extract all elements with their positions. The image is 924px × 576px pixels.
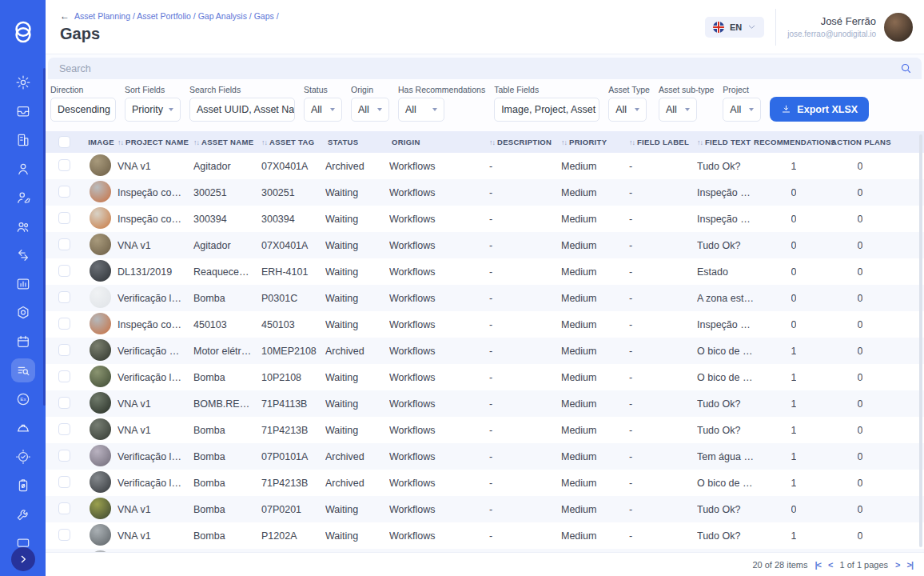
column-header[interactable]: ↑↓ DESCRIPTION <box>489 138 561 146</box>
cell-field-label: - <box>629 530 697 542</box>
users-group-icon[interactable] <box>11 214 35 238</box>
select-all-checkbox[interactable] <box>58 136 70 148</box>
gear-alt-icon[interactable] <box>11 301 35 325</box>
column-header[interactable]: RECOMMENDATIONS <box>751 138 836 146</box>
row-checkbox[interactable] <box>58 318 70 330</box>
filter-select[interactable]: All <box>351 98 389 122</box>
table-row[interactable]: Inspeção conte... 300394 300394 Waiting … <box>46 206 924 232</box>
company-building-icon[interactable] <box>11 128 35 152</box>
table-row[interactable]: Inspeção conte... 300251 300251 Waiting … <box>46 179 924 206</box>
wrench-icon[interactable] <box>11 502 35 526</box>
row-checkbox[interactable] <box>58 450 70 462</box>
sidebar-expand-button[interactable] <box>11 547 35 571</box>
cell-asset-name: Bomba <box>193 504 261 515</box>
search-icon[interactable] <box>900 62 912 74</box>
clipboard-icon[interactable] <box>11 474 35 498</box>
user-icon[interactable] <box>11 157 35 181</box>
column-header[interactable]: STATUS <box>325 138 389 146</box>
row-checkbox[interactable] <box>58 159 70 171</box>
row-checkbox[interactable] <box>58 265 70 277</box>
formula-icon[interactable]: Ex <box>11 387 35 411</box>
table-row[interactable]: Verificação lubr... Bomba 71P4213B Archi… <box>46 470 924 496</box>
column-header[interactable]: ORIGIN <box>389 138 489 146</box>
table-row[interactable]: VNA v1 Agitador 07X0401A Waiting Workflo… <box>46 232 924 258</box>
table-row[interactable]: Verificação lubr... Bomba 10P2108 Waitin… <box>46 364 924 390</box>
table-row[interactable]: Inspeção conte... 450103 450103 Waiting … <box>46 311 924 338</box>
settings-gear-icon[interactable] <box>11 70 35 94</box>
table-row[interactable]: Verificação Ma... Motor elétrico 10MEP21… <box>46 338 924 364</box>
column-header[interactable]: ACTION PLANS <box>829 138 891 146</box>
search-input[interactable] <box>59 63 900 74</box>
table-row[interactable]: VNA v1 BOMB.RECIRC... 71P4113B Waiting W… <box>46 390 924 417</box>
inbox-icon[interactable] <box>11 99 35 123</box>
user-profile[interactable]: José Ferrão jose.ferrao@unodigital.io <box>787 13 913 42</box>
row-checkbox[interactable] <box>58 186 70 198</box>
row-checkbox[interactable] <box>58 502 70 514</box>
column-header[interactable]: ↑↓ ASSET TAG <box>261 138 325 146</box>
filter-select[interactable]: All <box>398 98 444 122</box>
sort-icon[interactable]: ↑↓ <box>193 138 199 146</box>
row-checkbox[interactable] <box>58 529 70 541</box>
row-checkbox[interactable] <box>58 238 70 250</box>
cell-asset-name: 300251 <box>193 187 261 198</box>
filter-select[interactable]: All <box>659 98 697 122</box>
row-checkbox[interactable] <box>58 344 70 356</box>
first-page-button[interactable]: |< <box>815 560 822 570</box>
table-row[interactable]: Verificação lubr... Bomba P0301C Waiting… <box>46 285 924 311</box>
row-checkbox[interactable] <box>58 476 70 488</box>
row-checkbox[interactable] <box>58 397 70 409</box>
breadcrumb[interactable]: Asset Planning / Asset Portfolio / Gap A… <box>74 11 279 21</box>
table-scrollbar[interactable] <box>919 134 922 547</box>
filter-select[interactable]: Asset UUID, Asset Na... <box>189 98 295 122</box>
filter-select[interactable]: Descending <box>50 98 116 122</box>
last-page-button[interactable]: >| <box>906 560 913 570</box>
swap-icon[interactable] <box>11 243 35 267</box>
language-selector[interactable]: EN <box>705 17 764 38</box>
back-arrow-icon[interactable]: ← <box>60 11 70 21</box>
column-header[interactable]: ↑↓ ASSET NAME <box>193 138 261 146</box>
gap-search-icon[interactable] <box>11 358 35 382</box>
cell-origin: Workflows <box>389 293 489 304</box>
cell-field-text: Inspeção visual... <box>697 214 763 225</box>
sort-icon[interactable]: ↑↓ <box>261 138 267 146</box>
column-header[interactable]: IMAGE <box>86 138 114 146</box>
table-row[interactable]: VNA v1 Bomba 07P0201 Waiting Workflows -… <box>46 496 924 522</box>
column-header[interactable]: ↑↓ PRIORITY <box>561 138 629 146</box>
filter-select[interactable]: All <box>608 98 647 122</box>
bar-chart-panel-icon[interactable] <box>11 272 35 296</box>
table-row[interactable]: DL131/2019 Reaquecedor E... ERH-4101 Wai… <box>46 258 924 285</box>
user-link-icon[interactable] <box>11 186 35 210</box>
table-row[interactable]: Verificação lubr... Bomba 07P0101A Archi… <box>46 443 924 470</box>
app-logo[interactable] <box>0 18 46 46</box>
row-checkbox[interactable] <box>58 291 70 303</box>
table-row[interactable]: VNA v1 Bomba P1202A Waiting Workflows - … <box>46 522 924 549</box>
row-checkbox[interactable] <box>58 423 70 435</box>
hard-hat-icon[interactable] <box>11 416 35 440</box>
calendar-icon[interactable] <box>11 330 35 354</box>
sort-icon[interactable]: ↑↓ <box>117 138 123 146</box>
cell-field-text: Tudo Ok? <box>697 425 763 436</box>
next-page-button[interactable]: > <box>895 560 899 570</box>
filter-select[interactable]: Image, Project, Asset ... <box>494 98 599 122</box>
filter-select[interactable]: Priority <box>125 98 181 122</box>
gear-check-icon[interactable] <box>11 445 35 469</box>
export-xlsx-button[interactable]: Export XLSX <box>770 97 869 122</box>
column-header[interactable]: ↑↓ PROJECT NAME <box>117 138 193 146</box>
cell-recommendations: 1 <box>791 372 797 383</box>
prev-page-button[interactable]: < <box>828 560 832 570</box>
sort-icon[interactable]: ↑↓ <box>561 138 567 146</box>
sort-icon[interactable]: ↑↓ <box>489 138 495 146</box>
sort-icon[interactable]: ↑↓ <box>697 138 703 146</box>
filter-select[interactable]: All <box>304 98 342 122</box>
svg-text:Ex: Ex <box>20 396 26 402</box>
table-row[interactable]: VNA v1 Bomba 71P4213B Waiting Workflows … <box>46 417 924 443</box>
table-row[interactable]: VNA v1 Agitador 07X0401A Archived Workfl… <box>46 153 924 179</box>
row-checkbox[interactable] <box>58 370 70 382</box>
user-avatar[interactable] <box>884 13 913 42</box>
column-header[interactable]: ↑↓ FIELD LABEL <box>629 138 697 146</box>
cell-field-label: - <box>629 425 697 436</box>
sort-icon[interactable]: ↑↓ <box>629 138 635 146</box>
cell-project-name: Verificação lubr... <box>117 372 193 383</box>
filter-select[interactable]: All <box>723 98 761 122</box>
row-checkbox[interactable] <box>58 212 70 224</box>
